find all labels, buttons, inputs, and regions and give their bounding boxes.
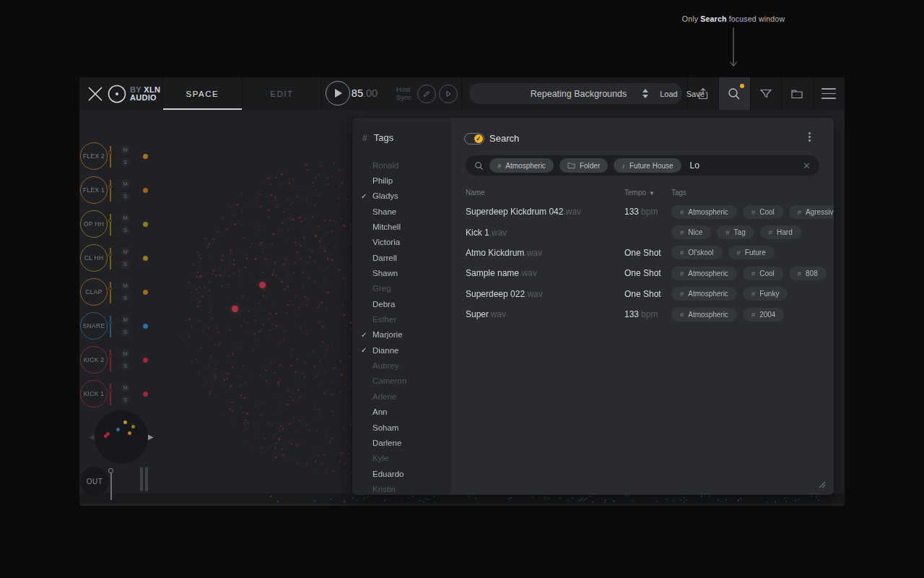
fader-knob[interactable] [108,219,112,223]
preview-play-button[interactable] [439,85,458,103]
fader-knob[interactable] [108,185,112,189]
channel-fader[interactable] [110,282,111,303]
channel-fader[interactable] [110,248,111,269]
channel-fader[interactable] [110,214,111,236]
channel-pad[interactable]: FLEX 2 [80,142,108,170]
channel-pad[interactable]: OP HH [80,210,108,238]
play-button[interactable] [326,81,350,105]
tag-list-item[interactable]: ✓Greg [352,281,451,296]
channel-pad[interactable]: FLEX 1 [80,176,108,204]
beat-strip[interactable] [79,493,845,504]
tag-list-item[interactable]: ✓Darrell [352,250,451,265]
mute-button[interactable]: M [121,383,130,392]
tag-list-item[interactable]: ✓Darlene [352,435,451,450]
channel-pad[interactable]: SNARE [80,312,108,340]
fader-knob[interactable] [108,355,112,358]
tag-list-item[interactable]: ✓Kyle [352,451,451,466]
fader-knob[interactable] [108,151,112,155]
tag-list-item[interactable]: ✓Philip [352,173,451,188]
menu-button[interactable] [814,77,845,110]
tag-list-item[interactable]: ✓Ann [352,405,451,420]
result-row[interactable]: Sample name.wav One Shot #Atmospheric#Co… [451,263,834,283]
tag-list-item[interactable]: ✓Victoria [352,235,451,250]
tag-list-item[interactable]: ✓Arlene [352,389,451,404]
fader-knob[interactable] [108,253,112,256]
channel-fader[interactable] [110,350,111,371]
solo-button[interactable]: S [121,293,130,303]
result-row[interactable]: Kick 1.wav #Nice#Tag#Hard [451,222,834,242]
result-row[interactable]: Atmo Kickdrum.wav One Shot #Ol'skool#Fut… [451,243,834,263]
tag-list-item[interactable]: ✓Marjorie [352,327,451,342]
out-button[interactable]: OUT [80,467,109,496]
tag-chip[interactable]: #Funky [743,287,788,301]
solo-button[interactable]: S [121,158,130,167]
tap-tempo-button[interactable] [417,85,436,103]
preset-spinner[interactable] [642,89,648,98]
tag-chip[interactable]: #Agressive [789,205,834,219]
clear-search-icon[interactable]: ✕ [803,160,811,171]
tag-chip[interactable]: #Atmospheric [671,308,737,322]
tag-list-item[interactable]: ✓Mitchell [352,219,451,234]
bpm-display[interactable]: 85.00 [352,87,378,99]
browser-button[interactable] [782,77,813,110]
column-tempo[interactable]: Tempo▼ [624,189,671,197]
out-fader[interactable] [110,468,112,500]
filter-chip[interactable]: #Atmospheric [489,158,554,173]
export-button[interactable] [688,77,719,110]
fader-knob[interactable] [108,287,112,290]
channel-pad[interactable]: KICK 2 [80,346,108,374]
search-toggle[interactable]: ✓ [464,133,484,144]
solo-button[interactable]: S [121,225,130,235]
mute-button[interactable]: M [121,281,130,290]
tag-list-item[interactable]: ✓Kristin [352,481,451,495]
tag-list-item[interactable]: ✓Debra [352,296,451,311]
result-row[interactable]: Superdeep 022.wav One Shot #Atmospheric#… [451,284,834,304]
tag-list-item[interactable]: ✓Cameron [352,374,451,389]
out-fader-knob[interactable] [108,468,113,473]
tag-list-item[interactable]: ✓Dianne [352,342,451,358]
mini-space-map[interactable] [95,410,148,464]
tag-chip[interactable]: #808 [789,267,827,280]
fader-knob[interactable] [108,321,112,324]
map-next-arrow[interactable]: ▶ [148,433,154,441]
filter-chip[interactable]: ♪Future House [614,158,681,173]
tag-chip[interactable]: #Cool [743,205,783,219]
search-button[interactable] [719,77,750,110]
mute-button[interactable]: M [121,349,130,358]
channel-fader[interactable] [110,316,111,337]
tag-chip[interactable]: #Cool [743,267,783,280]
tag-chip[interactable]: #Atmospheric [671,205,737,219]
map-prev-arrow[interactable]: ◀ [89,433,95,441]
selected-sample-dot[interactable] [232,306,238,312]
tag-list-item[interactable]: ✓Shane [352,204,451,219]
kebab-menu-button[interactable] [808,132,811,142]
tag-chip[interactable]: #Hard [760,225,801,239]
filter-button[interactable] [751,77,782,110]
tag-chip[interactable]: #2004 [743,308,785,322]
tab-space[interactable]: SPACE [163,77,243,110]
tag-list-item[interactable]: ✓Eduardo [352,466,451,481]
tag-chip[interactable]: #Nice [671,225,711,239]
solo-button[interactable]: S [121,191,130,201]
tag-list-item[interactable]: ✓Esther [352,311,451,327]
tag-list-item[interactable]: ✓Shawn [352,265,451,280]
channel-fader[interactable] [110,180,111,202]
result-row[interactable]: Super.wav 133bpm #Atmospheric#2004 [451,304,834,324]
channel-pad[interactable]: CL HH [80,244,108,272]
tab-edit[interactable]: EDIT [243,77,322,110]
tag-list-item[interactable]: ✓Aubrey [352,358,451,373]
resize-handle[interactable] [818,480,827,489]
filter-chip[interactable]: Folder [559,158,608,173]
mute-button[interactable]: M [121,145,130,155]
channel-pad[interactable]: CLAP [80,278,108,306]
tag-list-item[interactable]: ✓Soham [352,420,451,435]
host-sync-toggle[interactable]: HostSync [396,86,411,102]
solo-button[interactable]: S [121,259,130,269]
tag-chip[interactable]: #Atmospheric [671,287,737,301]
preset-selector[interactable]: Repeating Backgrounds Load Save [469,83,682,104]
solo-button[interactable]: S [121,361,130,371]
column-name[interactable]: Name [466,189,624,197]
solo-button[interactable]: S [121,327,130,337]
tag-chip[interactable]: #Atmospheric [671,267,737,280]
tag-chip[interactable]: #Tag [717,225,754,239]
